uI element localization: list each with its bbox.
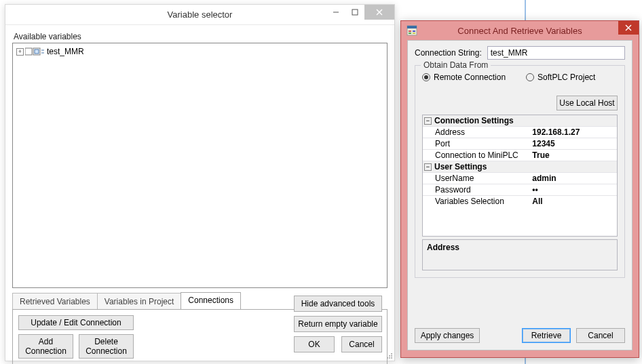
collapse-icon[interactable]: −	[424, 163, 432, 171]
svg-point-9	[391, 353, 392, 355]
cancel-button[interactable]: Cancel	[576, 328, 625, 343]
add-connection-button[interactable]: Add Connection	[18, 334, 73, 359]
close-button[interactable]	[618, 21, 639, 35]
collapse-icon[interactable]: −	[424, 117, 432, 125]
prop-row-address[interactable]: Address 192.168.1.27	[423, 127, 617, 138]
close-button[interactable]	[364, 5, 394, 20]
resize-grip-icon[interactable]	[385, 351, 393, 359]
tree-node-label: test_MMR	[45, 47, 86, 56]
radio-label: Remote Connection	[434, 73, 506, 82]
apply-changes-button[interactable]: Apply changes	[415, 328, 480, 343]
available-variables-label: Available variables	[14, 32, 388, 41]
prop-category-connection[interactable]: −Connection Settings	[423, 115, 617, 127]
svg-rect-4	[25, 48, 32, 55]
app-icon	[407, 25, 417, 36]
maximize-button[interactable]	[345, 5, 364, 20]
variables-tree[interactable]: + test_MMR	[12, 43, 388, 288]
connection-icon	[25, 47, 44, 56]
tab-variables-in-project[interactable]: Variables in Project	[97, 293, 182, 309]
prop-row-password[interactable]: Password ••	[423, 184, 617, 196]
description-title: Address	[427, 243, 613, 252]
tab-retrieved-variables[interactable]: Retrieved Variables	[12, 293, 98, 309]
property-grid[interactable]: −Connection Settings Address 192.168.1.2…	[422, 115, 618, 237]
prop-row-miniplc[interactable]: Connection to MiniPLC True	[423, 150, 617, 161]
window-title: Connect And Retrieve Variables	[457, 26, 582, 36]
update-edit-connection-button[interactable]: Update / Edit Connection	[18, 315, 134, 330]
radio-label: SoftPLC Project	[537, 73, 595, 82]
svg-point-11	[391, 355, 392, 357]
return-empty-variable-button[interactable]: Return empty variable	[294, 316, 382, 332]
prop-category-user[interactable]: −User Settings	[423, 161, 617, 173]
svg-rect-17	[409, 31, 411, 32]
tab-connections[interactable]: Connections	[181, 292, 241, 309]
hide-advanced-tools-button[interactable]: Hide advanced tools	[294, 296, 382, 312]
svg-point-12	[387, 357, 388, 359]
delete-connection-button[interactable]: Delete Connection	[79, 334, 134, 359]
property-description: Address	[422, 239, 618, 270]
svg-rect-18	[409, 33, 411, 34]
obtain-data-from-group: Obtain Data From Remote Connection SoftP…	[415, 65, 625, 278]
tree-node-root[interactable]: + test_MMR	[16, 46, 384, 57]
svg-rect-6	[35, 49, 39, 54]
titlebar[interactable]: Variable selector	[5, 5, 394, 25]
titlebar[interactable]: Connect And Retrieve Variables	[401, 21, 639, 40]
svg-rect-19	[413, 31, 415, 32]
prop-row-username[interactable]: UserName admin	[423, 173, 617, 184]
group-legend: Obtain Data From	[421, 60, 491, 70]
connection-string-input[interactable]	[487, 46, 625, 60]
connect-retrieve-window: Connect And Retrieve Variables Connectio…	[400, 20, 639, 358]
cancel-button[interactable]: Cancel	[341, 336, 382, 352]
svg-point-14	[391, 357, 392, 359]
svg-rect-1	[352, 9, 358, 15]
svg-rect-16	[407, 26, 417, 28]
minimize-button[interactable]	[326, 5, 345, 20]
svg-rect-20	[413, 33, 415, 34]
expand-icon[interactable]: +	[16, 48, 24, 56]
radio-softplc-project[interactable]: SoftPLC Project	[526, 73, 595, 82]
prop-row-port[interactable]: Port 12345	[423, 138, 617, 150]
retrieve-button[interactable]: Retrieve	[522, 328, 571, 343]
window-title: Variable selector	[168, 9, 233, 20]
connection-string-label: Connection String:	[415, 48, 482, 58]
radio-remote-connection[interactable]: Remote Connection	[422, 73, 506, 82]
prop-row-varsel[interactable]: Variables Selection All	[423, 196, 617, 207]
use-local-host-button[interactable]: Use Local Host	[556, 96, 618, 110]
radio-icon	[422, 73, 430, 81]
variable-selector-window: Variable selector Available variables +	[5, 4, 395, 361]
ok-button[interactable]: OK	[294, 336, 335, 352]
svg-point-10	[389, 355, 390, 357]
radio-icon	[526, 73, 534, 81]
svg-point-13	[389, 357, 390, 359]
